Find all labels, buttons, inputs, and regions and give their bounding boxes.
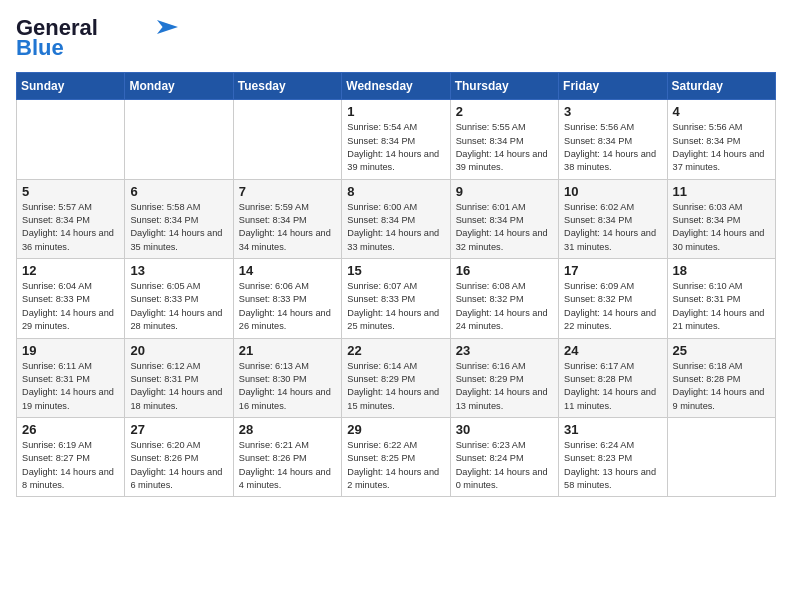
cell-details: Sunrise: 6:10 AMSunset: 8:31 PMDaylight:…	[673, 280, 770, 333]
cell-details: Sunrise: 6:00 AMSunset: 8:34 PMDaylight:…	[347, 201, 444, 254]
calendar-cell: 6Sunrise: 5:58 AMSunset: 8:34 PMDaylight…	[125, 179, 233, 258]
cell-details: Sunrise: 5:55 AMSunset: 8:34 PMDaylight:…	[456, 121, 553, 174]
calendar-cell: 31Sunrise: 6:24 AMSunset: 8:23 PMDayligh…	[559, 417, 667, 496]
page-header: General Blue	[16, 16, 776, 60]
day-number: 14	[239, 263, 336, 278]
calendar-cell: 11Sunrise: 6:03 AMSunset: 8:34 PMDayligh…	[667, 179, 775, 258]
calendar-cell: 29Sunrise: 6:22 AMSunset: 8:25 PMDayligh…	[342, 417, 450, 496]
calendar-day-header: Wednesday	[342, 73, 450, 100]
day-number: 16	[456, 263, 553, 278]
calendar-cell: 3Sunrise: 5:56 AMSunset: 8:34 PMDaylight…	[559, 100, 667, 179]
calendar-header-row: SundayMondayTuesdayWednesdayThursdayFrid…	[17, 73, 776, 100]
logo-icon	[150, 20, 178, 34]
cell-details: Sunrise: 6:09 AMSunset: 8:32 PMDaylight:…	[564, 280, 661, 333]
svg-marker-0	[157, 20, 178, 34]
calendar-cell: 19Sunrise: 6:11 AMSunset: 8:31 PMDayligh…	[17, 338, 125, 417]
day-number: 24	[564, 343, 661, 358]
day-number: 28	[239, 422, 336, 437]
cell-details: Sunrise: 6:05 AMSunset: 8:33 PMDaylight:…	[130, 280, 227, 333]
day-number: 5	[22, 184, 119, 199]
calendar-cell: 26Sunrise: 6:19 AMSunset: 8:27 PMDayligh…	[17, 417, 125, 496]
calendar-cell	[17, 100, 125, 179]
calendar-day-header: Sunday	[17, 73, 125, 100]
day-number: 3	[564, 104, 661, 119]
calendar-day-header: Tuesday	[233, 73, 341, 100]
day-number: 17	[564, 263, 661, 278]
day-number: 15	[347, 263, 444, 278]
cell-details: Sunrise: 6:13 AMSunset: 8:30 PMDaylight:…	[239, 360, 336, 413]
calendar-cell: 10Sunrise: 6:02 AMSunset: 8:34 PMDayligh…	[559, 179, 667, 258]
calendar-cell: 25Sunrise: 6:18 AMSunset: 8:28 PMDayligh…	[667, 338, 775, 417]
day-number: 4	[673, 104, 770, 119]
cell-details: Sunrise: 6:24 AMSunset: 8:23 PMDaylight:…	[564, 439, 661, 492]
calendar-cell: 20Sunrise: 6:12 AMSunset: 8:31 PMDayligh…	[125, 338, 233, 417]
cell-details: Sunrise: 5:54 AMSunset: 8:34 PMDaylight:…	[347, 121, 444, 174]
logo: General Blue	[16, 16, 178, 60]
calendar-cell: 13Sunrise: 6:05 AMSunset: 8:33 PMDayligh…	[125, 259, 233, 338]
day-number: 25	[673, 343, 770, 358]
day-number: 9	[456, 184, 553, 199]
calendar-week-row: 1Sunrise: 5:54 AMSunset: 8:34 PMDaylight…	[17, 100, 776, 179]
day-number: 8	[347, 184, 444, 199]
day-number: 10	[564, 184, 661, 199]
day-number: 1	[347, 104, 444, 119]
cell-details: Sunrise: 6:21 AMSunset: 8:26 PMDaylight:…	[239, 439, 336, 492]
calendar-cell: 1Sunrise: 5:54 AMSunset: 8:34 PMDaylight…	[342, 100, 450, 179]
calendar-cell: 21Sunrise: 6:13 AMSunset: 8:30 PMDayligh…	[233, 338, 341, 417]
calendar-day-header: Friday	[559, 73, 667, 100]
cell-details: Sunrise: 5:57 AMSunset: 8:34 PMDaylight:…	[22, 201, 119, 254]
day-number: 13	[130, 263, 227, 278]
cell-details: Sunrise: 5:59 AMSunset: 8:34 PMDaylight:…	[239, 201, 336, 254]
cell-details: Sunrise: 6:22 AMSunset: 8:25 PMDaylight:…	[347, 439, 444, 492]
day-number: 11	[673, 184, 770, 199]
day-number: 7	[239, 184, 336, 199]
calendar-week-row: 12Sunrise: 6:04 AMSunset: 8:33 PMDayligh…	[17, 259, 776, 338]
calendar-cell: 15Sunrise: 6:07 AMSunset: 8:33 PMDayligh…	[342, 259, 450, 338]
day-number: 19	[22, 343, 119, 358]
calendar-day-header: Thursday	[450, 73, 558, 100]
day-number: 29	[347, 422, 444, 437]
calendar-week-row: 5Sunrise: 5:57 AMSunset: 8:34 PMDaylight…	[17, 179, 776, 258]
cell-details: Sunrise: 5:56 AMSunset: 8:34 PMDaylight:…	[673, 121, 770, 174]
day-number: 23	[456, 343, 553, 358]
cell-details: Sunrise: 6:20 AMSunset: 8:26 PMDaylight:…	[130, 439, 227, 492]
calendar-cell	[233, 100, 341, 179]
calendar-cell: 8Sunrise: 6:00 AMSunset: 8:34 PMDaylight…	[342, 179, 450, 258]
cell-details: Sunrise: 6:19 AMSunset: 8:27 PMDaylight:…	[22, 439, 119, 492]
day-number: 18	[673, 263, 770, 278]
cell-details: Sunrise: 6:03 AMSunset: 8:34 PMDaylight:…	[673, 201, 770, 254]
cell-details: Sunrise: 6:14 AMSunset: 8:29 PMDaylight:…	[347, 360, 444, 413]
calendar-cell: 24Sunrise: 6:17 AMSunset: 8:28 PMDayligh…	[559, 338, 667, 417]
day-number: 30	[456, 422, 553, 437]
day-number: 12	[22, 263, 119, 278]
cell-details: Sunrise: 6:07 AMSunset: 8:33 PMDaylight:…	[347, 280, 444, 333]
cell-details: Sunrise: 6:11 AMSunset: 8:31 PMDaylight:…	[22, 360, 119, 413]
calendar-cell: 5Sunrise: 5:57 AMSunset: 8:34 PMDaylight…	[17, 179, 125, 258]
calendar-cell: 27Sunrise: 6:20 AMSunset: 8:26 PMDayligh…	[125, 417, 233, 496]
calendar-cell: 23Sunrise: 6:16 AMSunset: 8:29 PMDayligh…	[450, 338, 558, 417]
cell-details: Sunrise: 5:58 AMSunset: 8:34 PMDaylight:…	[130, 201, 227, 254]
calendar-cell: 14Sunrise: 6:06 AMSunset: 8:33 PMDayligh…	[233, 259, 341, 338]
cell-details: Sunrise: 6:12 AMSunset: 8:31 PMDaylight:…	[130, 360, 227, 413]
cell-details: Sunrise: 6:17 AMSunset: 8:28 PMDaylight:…	[564, 360, 661, 413]
day-number: 2	[456, 104, 553, 119]
cell-details: Sunrise: 6:01 AMSunset: 8:34 PMDaylight:…	[456, 201, 553, 254]
day-number: 27	[130, 422, 227, 437]
calendar-cell: 16Sunrise: 6:08 AMSunset: 8:32 PMDayligh…	[450, 259, 558, 338]
cell-details: Sunrise: 6:06 AMSunset: 8:33 PMDaylight:…	[239, 280, 336, 333]
day-number: 20	[130, 343, 227, 358]
calendar-cell: 22Sunrise: 6:14 AMSunset: 8:29 PMDayligh…	[342, 338, 450, 417]
calendar-day-header: Saturday	[667, 73, 775, 100]
day-number: 21	[239, 343, 336, 358]
day-number: 26	[22, 422, 119, 437]
calendar-cell: 30Sunrise: 6:23 AMSunset: 8:24 PMDayligh…	[450, 417, 558, 496]
logo-text-blue: Blue	[16, 36, 64, 60]
calendar-cell: 17Sunrise: 6:09 AMSunset: 8:32 PMDayligh…	[559, 259, 667, 338]
cell-details: Sunrise: 6:18 AMSunset: 8:28 PMDaylight:…	[673, 360, 770, 413]
day-number: 6	[130, 184, 227, 199]
calendar-cell: 12Sunrise: 6:04 AMSunset: 8:33 PMDayligh…	[17, 259, 125, 338]
calendar-week-row: 19Sunrise: 6:11 AMSunset: 8:31 PMDayligh…	[17, 338, 776, 417]
calendar-table: SundayMondayTuesdayWednesdayThursdayFrid…	[16, 72, 776, 497]
calendar-day-header: Monday	[125, 73, 233, 100]
calendar-cell: 2Sunrise: 5:55 AMSunset: 8:34 PMDaylight…	[450, 100, 558, 179]
